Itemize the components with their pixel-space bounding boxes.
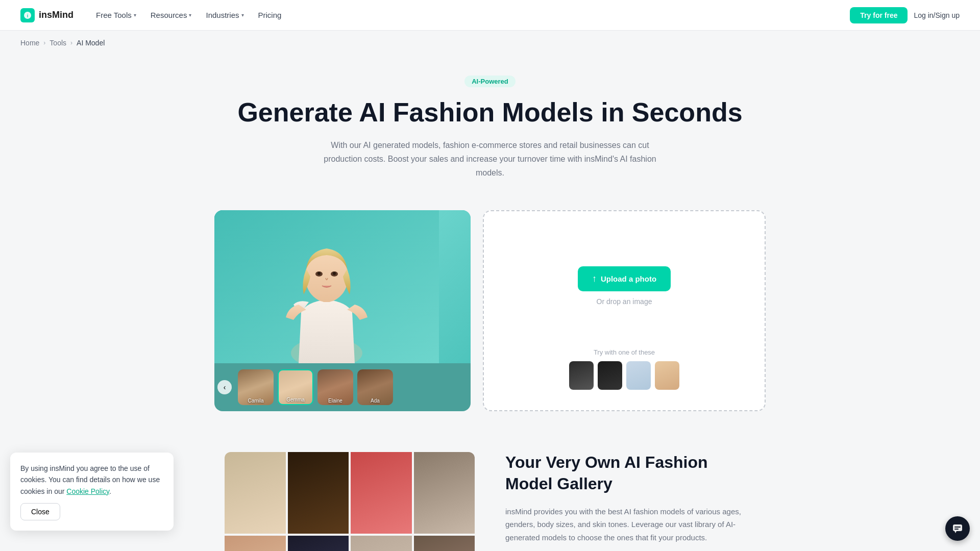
svg-marker-11 [954, 531, 957, 533]
nav-free-tools[interactable]: Free Tools ▾ [90, 7, 142, 23]
gallery-cell-4 [414, 452, 475, 534]
hero-description: With our AI generated models, fashion e-… [311, 138, 669, 180]
brand-name: insMind [39, 10, 74, 20]
sample-thumb-2[interactable] [598, 361, 622, 390]
breadcrumb-current: AI Model [77, 39, 105, 47]
gallery-section: Your Very Own AI Fashion Model Gallery i… [184, 432, 796, 551]
chat-icon [952, 523, 963, 534]
model-thumbnails-row: ‹ Camila Gemma Elaine Ada [214, 363, 471, 411]
hero-section: AI-Powered Generate AI Fashion Models in… [0, 55, 980, 190]
breadcrumb: Home › Tools › AI Model [0, 31, 980, 55]
chevron-down-icon: ▾ [134, 12, 136, 18]
svg-text:i: i [27, 13, 29, 18]
login-button[interactable]: Log in/Sign up [914, 11, 960, 19]
gallery-description: insMind provides you with the best AI fa… [505, 505, 755, 544]
svg-rect-10 [953, 524, 962, 531]
model-image-area [214, 210, 471, 363]
navbar: i insMind Free Tools ▾ Resources ▾ Indus… [0, 0, 980, 31]
breadcrumb-sep-1: › [43, 39, 45, 46]
sample-thumb-4[interactable] [655, 361, 679, 390]
breadcrumb-sep-2: › [70, 39, 72, 46]
gallery-cell-8 [414, 536, 475, 551]
breadcrumb-home[interactable]: Home [20, 39, 39, 47]
try-free-button[interactable]: Try for free [850, 7, 908, 23]
gallery-title: Your Very Own AI Fashion Model Gallery [505, 452, 755, 494]
nav-pricing[interactable]: Pricing [252, 7, 288, 23]
sample-thumb-3[interactable] [626, 361, 651, 390]
model-name-gemma: Gemma [279, 397, 312, 403]
model-name-ada: Ada [357, 398, 393, 404]
cookie-policy-link[interactable]: Cookie Policy [66, 487, 109, 495]
nav-links: Free Tools ▾ Resources ▾ Industries ▾ Pr… [90, 7, 850, 23]
prev-model-button[interactable]: ‹ [217, 380, 232, 394]
chevron-down-icon: ▾ [189, 12, 191, 18]
model-illustration [214, 210, 439, 363]
breadcrumb-tools[interactable]: Tools [50, 39, 66, 47]
model-thumb-ada[interactable]: Ada [357, 369, 393, 405]
model-name-elaine: Elaine [317, 398, 353, 404]
gallery-text-area: Your Very Own AI Fashion Model Gallery i… [505, 452, 755, 544]
gallery-cell-2 [288, 452, 349, 534]
svg-rect-12 [954, 527, 961, 528]
try-label: Try with one of these [594, 348, 655, 356]
gallery-cell-3 [351, 452, 412, 534]
svg-point-8 [317, 272, 321, 275]
model-name-camila: Camila [238, 398, 274, 404]
upload-area: ↑ Upload a photo Or drop an image [578, 232, 671, 340]
gallery-cell-7 [351, 536, 412, 551]
gallery-cell-5 [225, 536, 286, 551]
upload-icon: ↑ [592, 273, 597, 284]
cookie-close-button[interactable]: Close [20, 503, 60, 520]
gallery-grid [225, 452, 475, 551]
cookie-banner: By using insMind you agree to the use of… [10, 453, 174, 531]
nav-resources[interactable]: Resources ▾ [144, 7, 198, 23]
chat-widget-button[interactable] [945, 516, 970, 541]
upload-photo-button[interactable]: ↑ Upload a photo [578, 266, 671, 291]
demo-section: ‹ Camila Gemma Elaine Ada ↑ Upl [184, 190, 796, 432]
sample-thumb-1[interactable] [569, 361, 594, 390]
model-thumb-gemma[interactable]: Gemma [278, 369, 313, 405]
svg-point-9 [333, 272, 336, 275]
ai-powered-badge: AI-Powered [464, 76, 516, 87]
chevron-down-icon: ▾ [241, 12, 244, 18]
brand-logo[interactable]: i insMind [20, 8, 74, 22]
nav-actions: Try for free Log in/Sign up [850, 7, 960, 23]
logo-icon: i [20, 8, 35, 22]
model-thumb-elaine[interactable]: Elaine [317, 369, 353, 405]
drop-text: Or drop an image [597, 297, 652, 306]
svg-rect-13 [954, 529, 959, 530]
hero-title: Generate AI Fashion Models in Seconds [20, 97, 960, 128]
sample-thumbnails [569, 361, 679, 390]
gallery-cell-6 [288, 536, 349, 551]
nav-industries[interactable]: Industries ▾ [200, 7, 250, 23]
gallery-cell-1 [225, 452, 286, 534]
upload-card: ↑ Upload a photo Or drop an image Try wi… [483, 210, 766, 411]
model-preview-card: ‹ Camila Gemma Elaine Ada [214, 210, 471, 411]
model-thumb-camila[interactable]: Camila [238, 369, 274, 405]
